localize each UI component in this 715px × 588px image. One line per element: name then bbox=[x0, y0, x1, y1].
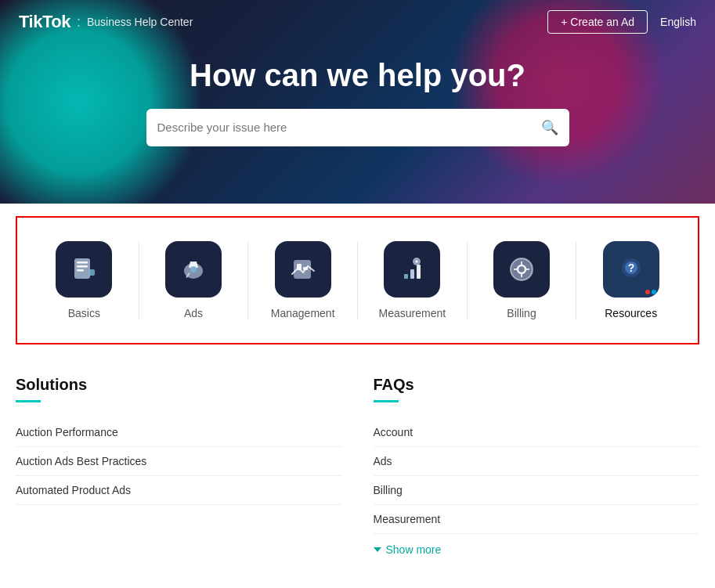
management-icon bbox=[287, 254, 319, 285]
faqs-links: Account Ads Billing Measurement bbox=[374, 418, 700, 534]
svg-rect-0 bbox=[74, 258, 90, 279]
faqs-link-0[interactable]: Account bbox=[374, 418, 700, 447]
svg-rect-4 bbox=[88, 269, 95, 276]
show-more-arrow-icon bbox=[374, 547, 381, 552]
faqs-link-1[interactable]: Ads bbox=[374, 447, 700, 476]
logo-separator: : bbox=[77, 14, 81, 31]
main-content: Solutions Auction Performance Auction Ad… bbox=[0, 357, 715, 575]
faqs-divider bbox=[374, 400, 399, 402]
logo-subtitle: Business Help Center bbox=[87, 16, 193, 28]
svg-rect-1 bbox=[77, 262, 88, 264]
header: TikTok : Business Help Center + Create a… bbox=[0, 0, 715, 44]
logo-tiktok: TikTok bbox=[19, 12, 70, 32]
faqs-link-3[interactable]: Measurement bbox=[374, 505, 700, 534]
show-more-button[interactable]: Show more bbox=[374, 543, 442, 556]
svg-rect-10 bbox=[404, 274, 408, 279]
solutions-links: Auction Performance Auction Ads Best Pra… bbox=[16, 418, 342, 505]
solutions-link-1[interactable]: Auction Ads Best Practices bbox=[16, 447, 342, 476]
category-item-basics[interactable]: Basics bbox=[30, 233, 139, 327]
header-right: + Create an Ad English bbox=[547, 10, 696, 34]
ads-label: Ads bbox=[184, 307, 203, 319]
category-item-billing[interactable]: Billing bbox=[468, 233, 576, 327]
measurement-icon bbox=[396, 254, 428, 285]
solutions-link-0[interactable]: Auction Performance bbox=[16, 418, 342, 447]
show-more-label: Show more bbox=[386, 543, 442, 556]
resources-icon: ? bbox=[616, 254, 647, 285]
category-list: Basics Ads bbox=[30, 233, 685, 327]
billing-icon bbox=[506, 254, 537, 285]
svg-rect-2 bbox=[77, 265, 88, 268]
svg-text:?: ? bbox=[627, 262, 634, 274]
svg-point-6 bbox=[190, 266, 197, 272]
svg-rect-12 bbox=[417, 265, 421, 279]
billing-icon-wrap bbox=[493, 241, 550, 298]
search-bar: 🔍 bbox=[146, 109, 569, 146]
search-input[interactable] bbox=[157, 121, 541, 134]
faqs-title: FAQs bbox=[374, 376, 700, 394]
hero-content: How can we help you? 🔍 bbox=[146, 58, 569, 146]
resources-icon-wrap: ? bbox=[603, 241, 659, 298]
solutions-divider bbox=[16, 400, 41, 402]
logo: TikTok : Business Help Center bbox=[19, 12, 193, 32]
language-selector[interactable]: English bbox=[660, 16, 696, 28]
ads-icon bbox=[178, 254, 209, 285]
search-icon: 🔍 bbox=[541, 119, 558, 136]
faqs-section: FAQs Account Ads Billing Measurement Sho… bbox=[374, 376, 700, 556]
create-ad-button[interactable]: + Create an Ad bbox=[547, 10, 648, 34]
category-item-management[interactable]: Management bbox=[248, 233, 357, 327]
faqs-link-2[interactable]: Billing bbox=[374, 476, 700, 505]
category-item-ads[interactable]: Ads bbox=[139, 233, 248, 327]
solutions-title: Solutions bbox=[16, 376, 342, 394]
billing-label: Billing bbox=[507, 307, 536, 319]
categories-section: Basics Ads bbox=[16, 216, 699, 345]
management-label: Management bbox=[271, 307, 335, 319]
hero-title: How can we help you? bbox=[190, 58, 525, 93]
category-item-measurement[interactable]: Measurement bbox=[358, 233, 467, 327]
ads-icon-wrap bbox=[165, 241, 222, 298]
solutions-link-2[interactable]: Automated Product Ads bbox=[16, 476, 342, 505]
basics-icon-wrap bbox=[56, 241, 112, 298]
management-icon-wrap bbox=[275, 241, 331, 298]
measurement-icon-wrap bbox=[384, 241, 440, 298]
measurement-label: Measurement bbox=[379, 307, 446, 319]
svg-rect-3 bbox=[77, 269, 84, 272]
solutions-section: Solutions Auction Performance Auction Ad… bbox=[16, 376, 342, 556]
svg-rect-11 bbox=[410, 269, 414, 279]
basics-icon bbox=[68, 254, 99, 285]
basics-label: Basics bbox=[68, 307, 100, 319]
resources-label: Resources bbox=[605, 307, 657, 319]
category-item-resources[interactable]: ? Resources bbox=[576, 233, 685, 327]
